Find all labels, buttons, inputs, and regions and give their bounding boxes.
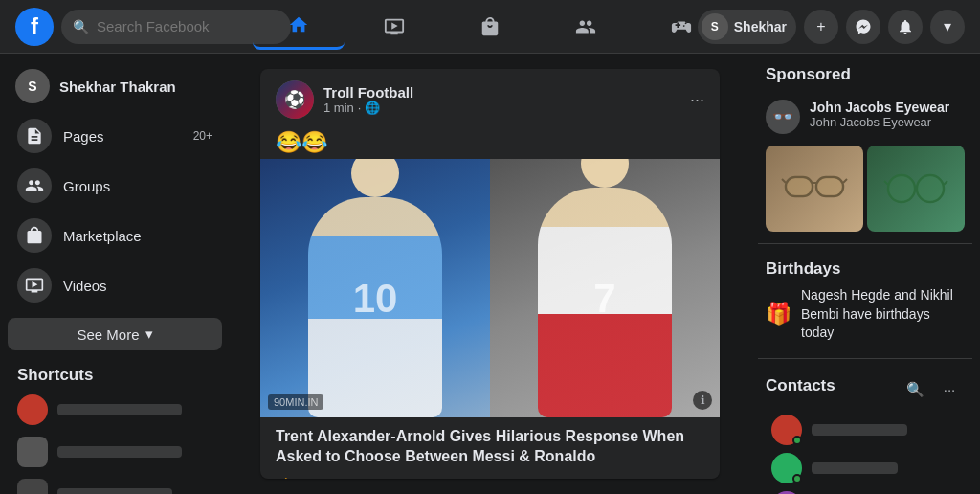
groups-icon (17, 168, 52, 203)
messi-image: 10 (260, 159, 490, 417)
online-indicator-1 (792, 436, 802, 445)
right-sidebar: Sponsored 👓 John Jacobs Eyewear John Jac… (750, 54, 980, 494)
nav-gaming[interactable] (635, 4, 727, 50)
nav-center (253, 4, 727, 50)
sponsored-item[interactable]: 👓 John Jacobs Eyewear John Jacobs Eyewea… (758, 94, 972, 140)
pages-badge: 20+ (193, 129, 212, 143)
sponsor-product-img-1[interactable] (766, 146, 863, 232)
sponsor-images (766, 146, 965, 232)
ronaldo-image: 7 (490, 159, 720, 417)
gift-icon: 🎁 (766, 300, 791, 329)
search-icon: 🔍 (73, 19, 89, 34)
reaction-number: 11 (299, 478, 314, 479)
post-author-avatar: ⚽ (276, 80, 314, 119)
post-visibility-icon: 🌐 (365, 101, 380, 115)
search-contacts-button[interactable]: 🔍 (900, 374, 930, 405)
dropdown-button[interactable]: ▾ (930, 10, 965, 44)
messenger-button[interactable] (846, 10, 880, 44)
post-meta: 1 min · 🌐 (323, 101, 413, 115)
sponsored-title: Sponsored (758, 65, 972, 94)
sponsor-product-img-2[interactable] (867, 146, 965, 232)
post-image: 10 7 90MIN.IN ℹ (260, 159, 720, 417)
sponsor-name: John Jacobs Eyewear (810, 100, 949, 115)
shortcut-item-1[interactable] (8, 389, 222, 431)
marketplace-label: Marketplace (63, 228, 142, 244)
like-reaction-icon: 👍 (276, 477, 295, 479)
reaction-count: 👍 11 (276, 477, 314, 479)
birthday-item: 🎁 Nagesh Hegde and Nikhil Bembi have bir… (766, 286, 965, 343)
section-divider-1 (758, 243, 972, 244)
nav-groups[interactable] (540, 4, 632, 50)
contact-name-2 (812, 462, 898, 474)
contact-item-2[interactable] (766, 449, 965, 487)
contact-avatar-1 (771, 415, 802, 445)
facebook-logo[interactable]: f (15, 8, 54, 46)
chevron-down-icon: ▾ (145, 326, 153, 343)
groups-label: Groups (63, 178, 110, 194)
sponsor-avatar: 👓 (766, 100, 800, 134)
main-content: S Shekhar Thakran Pages 20+ Groups (0, 54, 980, 494)
svg-point-12 (889, 176, 914, 201)
nav-marketplace[interactable] (444, 4, 536, 50)
nav-watch[interactable] (348, 4, 440, 50)
post-card: ⚽ Troll Football 1 min · 🌐 ··· 😂😂 (260, 69, 720, 479)
search-input[interactable] (97, 18, 269, 34)
svg-point-13 (918, 176, 943, 201)
user-name-nav: Shekhar (734, 19, 787, 34)
contact-name-1 (812, 424, 907, 436)
contact-avatar-2 (771, 453, 802, 483)
svg-line-10 (884, 181, 888, 185)
sidebar-item-groups[interactable]: Groups (8, 161, 222, 211)
sidebar-item-pages[interactable]: Pages 20+ (8, 111, 222, 161)
post-author: ⚽ Troll Football 1 min · 🌐 (276, 80, 413, 119)
sponsor-sub: John Jacobs Eyewear (810, 115, 949, 129)
post-author-name: Troll Football (323, 84, 413, 101)
marketplace-icon (17, 218, 52, 253)
sidebar-item-marketplace[interactable]: Marketplace (8, 211, 222, 260)
birthday-text: Nagesh Hegde and Nikhil Bembi have birth… (801, 286, 965, 343)
shortcut-item-2[interactable] (8, 431, 222, 473)
videos-icon (17, 268, 52, 303)
nav-home[interactable] (253, 4, 345, 50)
section-divider-2 (758, 358, 972, 359)
news-feed: ⚽ Troll Football 1 min · 🌐 ··· 😂😂 (230, 54, 750, 494)
svg-rect-6 (817, 178, 842, 195)
svg-line-11 (944, 181, 947, 185)
contact-item-1[interactable] (766, 411, 965, 449)
left-sidebar: S Shekhar Thakran Pages 20+ Groups (0, 54, 230, 494)
birthdays-section: Birthdays 🎁 Nagesh Hegde and Nikhil Bemb… (758, 252, 972, 350)
birthdays-title: Birthdays (766, 259, 965, 279)
videos-label: Videos (63, 278, 107, 294)
sidebar-user-profile[interactable]: S Shekhar Thakran (8, 61, 222, 111)
contacts-section: Contacts 🔍 ··· (758, 367, 972, 494)
svg-line-3 (782, 179, 786, 183)
post-options-button[interactable]: ··· (690, 90, 704, 110)
post-image-source: 90MIN.IN (268, 394, 323, 410)
post-reactions: 👍 11 (260, 473, 720, 479)
post-article-title: Trent Alexander-Arnold Gives Hilarious R… (260, 417, 720, 473)
shortcut-item-3[interactable] (8, 473, 222, 494)
pages-label: Pages (63, 128, 104, 145)
post-emoji: 😂😂 (260, 126, 720, 159)
svg-rect-5 (787, 178, 812, 195)
contacts-options-button[interactable]: ··· (934, 374, 965, 405)
see-more-button[interactable]: See More ▾ (8, 318, 222, 350)
user-avatar: S (15, 69, 50, 103)
pages-icon (17, 119, 52, 153)
svg-line-4 (843, 179, 847, 183)
post-time: 1 min (323, 101, 354, 115)
shortcuts-title: Shortcuts (8, 358, 222, 389)
post-globe-icon: · (358, 101, 362, 115)
notifications-button[interactable] (888, 10, 923, 44)
sidebar-item-videos[interactable]: Videos (8, 260, 222, 310)
contacts-title: Contacts (766, 376, 835, 395)
post-header: ⚽ Troll Football 1 min · 🌐 ··· (260, 69, 720, 126)
post-info-button[interactable]: ℹ (693, 391, 712, 410)
add-button[interactable]: + (804, 10, 838, 44)
top-navigation: f 🔍 S Shekhar + (0, 0, 980, 54)
contact-item-3[interactable] (766, 487, 965, 494)
online-indicator-2 (792, 474, 802, 483)
contacts-header: Contacts 🔍 ··· (766, 374, 965, 405)
sidebar-user-name: Shekhar Thakran (59, 79, 176, 95)
